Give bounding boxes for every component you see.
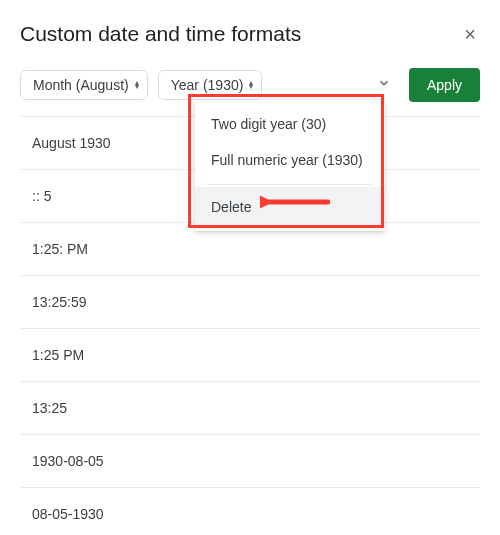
month-token-label: Month (August) [33,77,129,93]
format-controls: Month (August) ▴▾ Year (1930) ▴▾ Apply [20,68,480,102]
year-token-label: Year (1930) [171,77,244,93]
divider [207,184,373,185]
year-token-dropdown: Two digit year (30) Full numeric year (1… [195,100,385,231]
full-numeric-year-option[interactable]: Full numeric year (1930) [195,142,385,178]
close-icon[interactable]: × [460,20,480,48]
delete-token-option[interactable]: Delete [195,187,385,227]
list-item[interactable]: 1:25 PM [20,329,480,382]
stepper-icon: ▴▾ [249,81,253,89]
list-item[interactable]: 13:25:59 [20,276,480,329]
list-item[interactable]: 1930-08-05 [20,435,480,488]
chevron-down-icon[interactable] [377,76,391,94]
two-digit-year-option[interactable]: Two digit year (30) [195,106,385,142]
custom-format-dialog: Custom date and time formats × Month (Au… [0,0,500,535]
dialog-title: Custom date and time formats [20,22,301,46]
list-item[interactable]: 08-05-1930 [20,488,480,535]
year-token-pill[interactable]: Year (1930) ▴▾ [158,70,263,100]
stepper-icon: ▴▾ [135,81,139,89]
list-item[interactable]: 13:25 [20,382,480,435]
apply-button[interactable]: Apply [409,68,480,102]
month-token-pill[interactable]: Month (August) ▴▾ [20,70,148,100]
dialog-header: Custom date and time formats × [20,20,480,48]
